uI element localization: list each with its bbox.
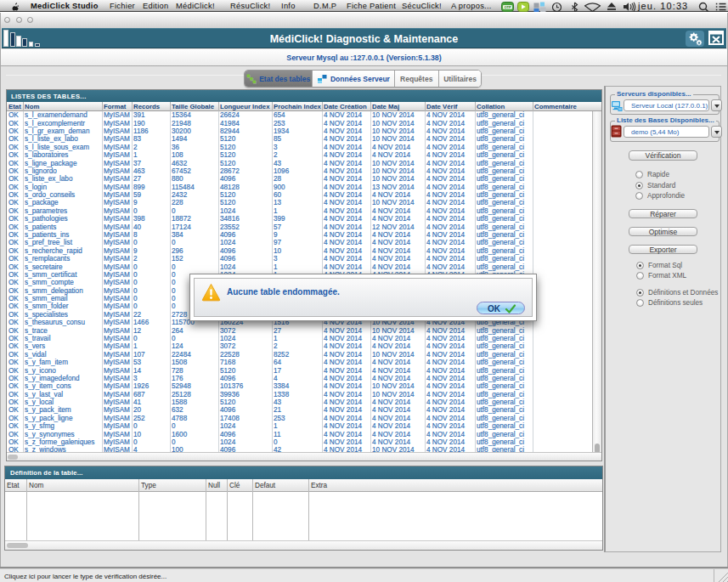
svg-text:OTP: OTP [504,5,511,9]
